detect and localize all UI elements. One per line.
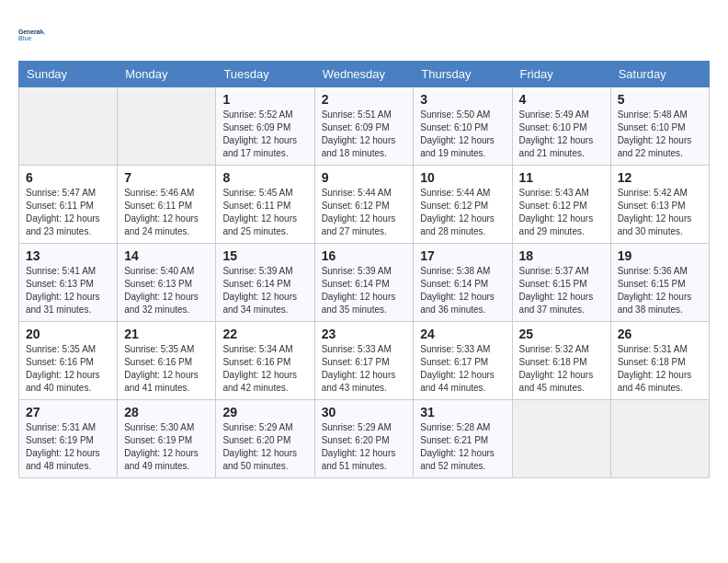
day-number: 1 [222, 92, 307, 107]
svg-marker-2 [41, 29, 46, 35]
day-number: 21 [124, 327, 209, 341]
calendar-cell: 30Sunrise: 5:29 AM Sunset: 6:20 PM Dayli… [314, 400, 414, 478]
day-info: Sunrise: 5:44 AM Sunset: 6:12 PM Dayligh… [420, 187, 505, 238]
day-info: Sunrise: 5:49 AM Sunset: 6:10 PM Dayligh… [519, 109, 604, 160]
day-number: 30 [322, 405, 407, 419]
day-info: Sunrise: 5:52 AM Sunset: 6:09 PM Dayligh… [222, 109, 307, 160]
day-number: 8 [222, 170, 307, 185]
day-number: 26 [618, 327, 702, 341]
calendar-cell: 29Sunrise: 5:29 AM Sunset: 6:20 PM Dayli… [216, 400, 314, 478]
day-info: Sunrise: 5:50 AM Sunset: 6:10 PM Dayligh… [420, 109, 505, 160]
day-info: Sunrise: 5:41 AM Sunset: 6:13 PM Dayligh… [26, 265, 110, 316]
calendar-week-2: 6Sunrise: 5:47 AM Sunset: 6:11 PM Daylig… [19, 166, 710, 244]
logo-icon: GeneralBlue [18, 18, 51, 52]
calendar-cell: 27Sunrise: 5:31 AM Sunset: 6:19 PM Dayli… [19, 400, 118, 478]
calendar-cell: 25Sunrise: 5:32 AM Sunset: 6:18 PM Dayli… [512, 322, 610, 400]
calendar-cell: 8Sunrise: 5:45 AM Sunset: 6:11 PM Daylig… [216, 166, 314, 244]
day-number: 25 [519, 327, 604, 341]
day-info: Sunrise: 5:51 AM Sunset: 6:09 PM Dayligh… [322, 109, 407, 160]
day-number: 5 [618, 92, 702, 107]
calendar-cell: 9Sunrise: 5:44 AM Sunset: 6:12 PM Daylig… [314, 166, 414, 244]
day-header-tuesday: Tuesday [216, 62, 314, 87]
day-header-wednesday: Wednesday [314, 62, 414, 87]
day-info: Sunrise: 5:31 AM Sunset: 6:18 PM Dayligh… [618, 343, 702, 395]
calendar-cell: 21Sunrise: 5:35 AM Sunset: 6:16 PM Dayli… [118, 322, 216, 400]
day-number: 13 [26, 248, 110, 263]
day-number: 2 [322, 92, 407, 107]
day-number: 14 [124, 248, 209, 263]
calendar-cell [19, 87, 118, 166]
day-number: 28 [124, 405, 209, 419]
page-header: GeneralBlue [18, 18, 710, 52]
day-info: Sunrise: 5:29 AM Sunset: 6:20 PM Dayligh… [222, 421, 307, 473]
day-info: Sunrise: 5:35 AM Sunset: 6:16 PM Dayligh… [124, 343, 209, 395]
day-header-saturday: Saturday [610, 62, 709, 87]
day-info: Sunrise: 5:29 AM Sunset: 6:20 PM Dayligh… [322, 421, 407, 473]
day-number: 15 [222, 248, 307, 263]
day-info: Sunrise: 5:33 AM Sunset: 6:17 PM Dayligh… [322, 343, 407, 395]
day-number: 24 [420, 327, 505, 341]
day-info: Sunrise: 5:44 AM Sunset: 6:12 PM Dayligh… [322, 187, 407, 238]
day-header-friday: Friday [512, 62, 610, 87]
calendar-cell: 15Sunrise: 5:39 AM Sunset: 6:14 PM Dayli… [216, 244, 314, 322]
svg-text:General: General [18, 29, 41, 35]
day-info: Sunrise: 5:39 AM Sunset: 6:14 PM Dayligh… [322, 265, 407, 316]
day-number: 12 [618, 170, 702, 185]
day-header-sunday: Sunday [19, 62, 118, 87]
calendar-week-5: 27Sunrise: 5:31 AM Sunset: 6:19 PM Dayli… [19, 400, 710, 478]
calendar-header-row: SundayMondayTuesdayWednesdayThursdayFrid… [19, 62, 710, 87]
calendar-cell: 3Sunrise: 5:50 AM Sunset: 6:10 PM Daylig… [414, 87, 512, 166]
calendar-cell: 12Sunrise: 5:42 AM Sunset: 6:13 PM Dayli… [610, 166, 709, 244]
day-number: 4 [519, 92, 604, 107]
calendar-cell: 26Sunrise: 5:31 AM Sunset: 6:18 PM Dayli… [610, 322, 709, 400]
day-info: Sunrise: 5:43 AM Sunset: 6:12 PM Dayligh… [519, 187, 604, 238]
calendar-cell: 16Sunrise: 5:39 AM Sunset: 6:14 PM Dayli… [314, 244, 414, 322]
calendar-cell: 20Sunrise: 5:35 AM Sunset: 6:16 PM Dayli… [19, 322, 118, 400]
day-info: Sunrise: 5:34 AM Sunset: 6:16 PM Dayligh… [222, 343, 307, 395]
day-info: Sunrise: 5:33 AM Sunset: 6:17 PM Dayligh… [420, 343, 505, 395]
day-info: Sunrise: 5:28 AM Sunset: 6:21 PM Dayligh… [420, 421, 505, 473]
day-number: 9 [322, 170, 407, 185]
calendar-cell: 5Sunrise: 5:48 AM Sunset: 6:10 PM Daylig… [610, 87, 709, 166]
calendar-cell [610, 400, 709, 478]
calendar-body: 1Sunrise: 5:52 AM Sunset: 6:09 PM Daylig… [19, 87, 710, 478]
day-header-monday: Monday [118, 62, 216, 87]
calendar-cell: 13Sunrise: 5:41 AM Sunset: 6:13 PM Dayli… [19, 244, 118, 322]
day-info: Sunrise: 5:48 AM Sunset: 6:10 PM Dayligh… [618, 109, 702, 160]
calendar-cell: 6Sunrise: 5:47 AM Sunset: 6:11 PM Daylig… [19, 166, 118, 244]
calendar-week-1: 1Sunrise: 5:52 AM Sunset: 6:09 PM Daylig… [19, 87, 710, 166]
day-number: 10 [420, 170, 505, 185]
day-info: Sunrise: 5:47 AM Sunset: 6:11 PM Dayligh… [26, 187, 110, 238]
day-number: 16 [322, 248, 407, 263]
calendar-cell: 28Sunrise: 5:30 AM Sunset: 6:19 PM Dayli… [118, 400, 216, 478]
calendar-week-4: 20Sunrise: 5:35 AM Sunset: 6:16 PM Dayli… [19, 322, 710, 400]
day-info: Sunrise: 5:45 AM Sunset: 6:11 PM Dayligh… [222, 187, 307, 238]
calendar-cell: 22Sunrise: 5:34 AM Sunset: 6:16 PM Dayli… [216, 322, 314, 400]
calendar-cell: 10Sunrise: 5:44 AM Sunset: 6:12 PM Dayli… [414, 166, 512, 244]
day-number: 11 [519, 170, 604, 185]
day-info: Sunrise: 5:32 AM Sunset: 6:18 PM Dayligh… [519, 343, 604, 395]
calendar-cell: 4Sunrise: 5:49 AM Sunset: 6:10 PM Daylig… [512, 87, 610, 166]
logo: GeneralBlue [18, 18, 51, 52]
day-number: 23 [322, 327, 407, 341]
calendar-cell: 19Sunrise: 5:36 AM Sunset: 6:15 PM Dayli… [610, 244, 709, 322]
day-info: Sunrise: 5:42 AM Sunset: 6:13 PM Dayligh… [618, 187, 702, 238]
calendar-cell: 14Sunrise: 5:40 AM Sunset: 6:13 PM Dayli… [118, 244, 216, 322]
day-number: 18 [519, 248, 604, 263]
day-info: Sunrise: 5:31 AM Sunset: 6:19 PM Dayligh… [26, 421, 110, 473]
calendar-cell: 31Sunrise: 5:28 AM Sunset: 6:21 PM Dayli… [414, 400, 512, 478]
day-info: Sunrise: 5:35 AM Sunset: 6:16 PM Dayligh… [26, 343, 110, 395]
calendar-table: SundayMondayTuesdayWednesdayThursdayFrid… [18, 61, 710, 478]
calendar-cell: 24Sunrise: 5:33 AM Sunset: 6:17 PM Dayli… [414, 322, 512, 400]
calendar-cell: 2Sunrise: 5:51 AM Sunset: 6:09 PM Daylig… [314, 87, 414, 166]
calendar-cell: 18Sunrise: 5:37 AM Sunset: 6:15 PM Dayli… [512, 244, 610, 322]
calendar-week-3: 13Sunrise: 5:41 AM Sunset: 6:13 PM Dayli… [19, 244, 710, 322]
day-info: Sunrise: 5:36 AM Sunset: 6:15 PM Dayligh… [618, 265, 702, 316]
calendar-cell: 7Sunrise: 5:46 AM Sunset: 6:11 PM Daylig… [118, 166, 216, 244]
day-header-thursday: Thursday [414, 62, 512, 87]
day-number: 31 [420, 405, 505, 419]
day-number: 22 [222, 327, 307, 341]
day-number: 20 [26, 327, 110, 341]
day-info: Sunrise: 5:30 AM Sunset: 6:19 PM Dayligh… [124, 421, 209, 473]
svg-text:Blue: Blue [18, 35, 32, 41]
